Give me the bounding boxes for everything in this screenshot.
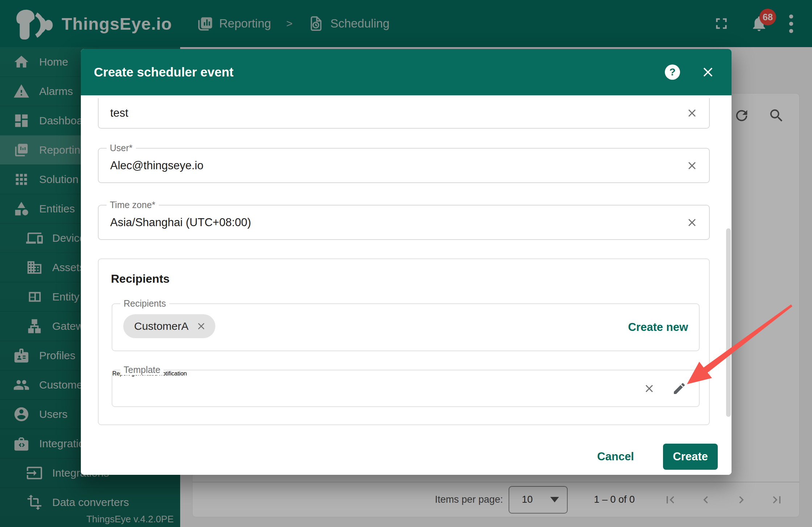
user-field-label: User* — [107, 143, 136, 153]
recipient-chip: CustomerA — [123, 314, 215, 338]
dialog-scrollbar[interactable] — [726, 228, 731, 417]
clear-icon[interactable] — [686, 107, 698, 119]
dialog-title: Create scheduler event — [94, 65, 233, 79]
timezone-field[interactable]: Time zone* Asia/Shanghai (UTC+08:00) — [98, 205, 710, 240]
close-icon[interactable] — [700, 65, 716, 80]
dialog-header: Create scheduler event ? — [81, 49, 732, 95]
dialog-footer: Cancel Create — [81, 439, 732, 475]
cancel-button[interactable]: Cancel — [589, 447, 642, 467]
recipient-chip-label: CustomerA — [134, 320, 188, 332]
user-field[interactable]: User* Alec@thingseye.io — [98, 148, 710, 183]
timezone-field-label: Time zone* — [107, 200, 159, 210]
edit-pencil-icon[interactable] — [672, 381, 687, 396]
recipients-field-label: Recipients — [120, 298, 169, 309]
user-field-value: Alec@thingseye.io — [110, 159, 203, 172]
name-field[interactable]: test — [98, 98, 710, 129]
help-icon[interactable]: ? — [665, 65, 680, 80]
create-scheduler-event-dialog: Create scheduler event ? test User* Alec… — [81, 49, 732, 475]
template-field-label: Template — [120, 365, 163, 375]
clear-icon[interactable] — [686, 216, 698, 229]
name-field-value: test — [110, 107, 128, 120]
chip-remove-icon[interactable] — [196, 321, 207, 332]
timezone-field-value: Asia/Shanghai (UTC+08:00) — [110, 216, 251, 229]
create-new-link[interactable]: Create new — [628, 321, 688, 334]
recipients-section: Recipients Recipients CustomerA Create n… — [98, 258, 710, 425]
template-field[interactable]: Template Report generated notification — [112, 370, 700, 407]
clear-icon[interactable] — [686, 159, 698, 172]
clear-icon[interactable] — [643, 382, 655, 395]
recipients-field[interactable]: Recipients CustomerA Create new — [112, 303, 700, 351]
dialog-body: test User* Alec@thingseye.io Time zone* … — [81, 95, 732, 439]
recipients-heading: Recipients — [111, 272, 170, 286]
create-button[interactable]: Create — [663, 444, 718, 470]
